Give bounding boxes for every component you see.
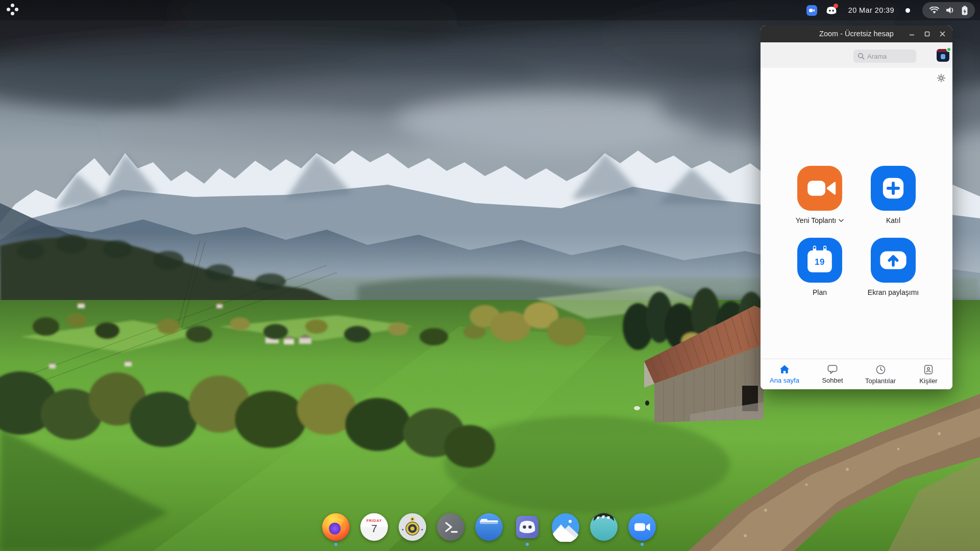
- tab-chat[interactable]: Sohbet: [808, 359, 856, 389]
- action-label: Plan: [813, 288, 827, 296]
- volume-icon: [946, 6, 955, 14]
- share-screen-button[interactable]: Ekran paylaşımı: [871, 238, 916, 296]
- schedule-button[interactable]: 19 Plan: [797, 238, 842, 296]
- dock-calendar-day: 7: [359, 522, 389, 535]
- window-titlebar[interactable]: Zoom - Ücretsiz hesap: [761, 26, 952, 42]
- dock-discord[interactable]: [512, 512, 542, 546]
- calendar-day-number: 19: [797, 257, 842, 267]
- discord-notification-dot: [834, 4, 838, 8]
- join-button[interactable]: Katıl: [871, 166, 916, 224]
- dock-audio-player[interactable]: [398, 512, 427, 546]
- video-camera-icon: [797, 166, 842, 211]
- search-input[interactable]: [853, 49, 916, 63]
- search-icon: [857, 53, 865, 60]
- action-label: Ekran paylaşımı: [868, 288, 919, 296]
- running-indicator: [526, 543, 529, 546]
- dock-files[interactable]: [474, 512, 504, 546]
- home-content: Yeni Toplantı Katıl: [761, 68, 952, 359]
- dock-photos[interactable]: [551, 512, 580, 546]
- new-meeting-button[interactable]: Yeni Toplantı: [797, 166, 842, 224]
- tab-home[interactable]: Ana sayfa: [761, 359, 808, 389]
- zoom-app-window: Zoom - Ücretsiz hesap: [761, 26, 952, 389]
- dock-calendar-weekday: FRIDAY: [359, 519, 389, 522]
- window-header: [761, 42, 952, 68]
- settings-gear-icon[interactable]: [937, 73, 946, 83]
- contacts-icon: [923, 364, 934, 375]
- dock-terminal[interactable]: [436, 512, 465, 546]
- top-bar: 20 Mar 20:39: [0, 0, 980, 20]
- bottom-tab-bar: Ana sayfa Sohbet Toplantılar: [761, 359, 952, 389]
- desktop: 20 Mar 20:39: [0, 0, 980, 551]
- dock-zoom[interactable]: [627, 512, 657, 546]
- plus-icon: [871, 166, 916, 211]
- dock-firefox[interactable]: [321, 512, 351, 546]
- action-label: Katıl: [886, 216, 900, 224]
- minimize-button[interactable]: [906, 29, 917, 39]
- search-field[interactable]: [867, 53, 908, 60]
- running-indicator: [641, 543, 644, 546]
- maximize-button[interactable]: [922, 29, 932, 39]
- home-actions-grid: Yeni Toplantı Katıl: [797, 166, 916, 296]
- dock-video-editor[interactable]: [589, 512, 619, 546]
- discord-tray-icon[interactable]: [826, 5, 837, 16]
- dock: FRIDAY 7: [321, 512, 657, 546]
- chevron-down-icon: [839, 219, 844, 222]
- presence-online-dot: [946, 47, 951, 52]
- wifi-icon: [929, 7, 939, 14]
- clock-icon: [875, 364, 886, 375]
- tab-contacts[interactable]: Kişiler: [904, 359, 952, 389]
- app-grid-icon[interactable]: [5, 3, 20, 18]
- share-up-arrow-icon: [871, 238, 916, 283]
- close-button[interactable]: [937, 29, 947, 39]
- zoom-tray-icon[interactable]: [806, 5, 818, 16]
- tab-meetings[interactable]: Toplantılar: [856, 359, 904, 389]
- dock-calendar[interactable]: FRIDAY 7: [359, 512, 389, 546]
- notification-dot: [905, 8, 910, 13]
- home-icon: [779, 364, 790, 374]
- battery-charging-icon: [962, 6, 968, 15]
- clock[interactable]: 20 Mar 20:39: [845, 6, 897, 14]
- system-status-pill[interactable]: [922, 2, 975, 18]
- running-indicator: [334, 543, 337, 546]
- action-label: Yeni Toplantı: [796, 216, 836, 224]
- chat-icon: [827, 364, 838, 374]
